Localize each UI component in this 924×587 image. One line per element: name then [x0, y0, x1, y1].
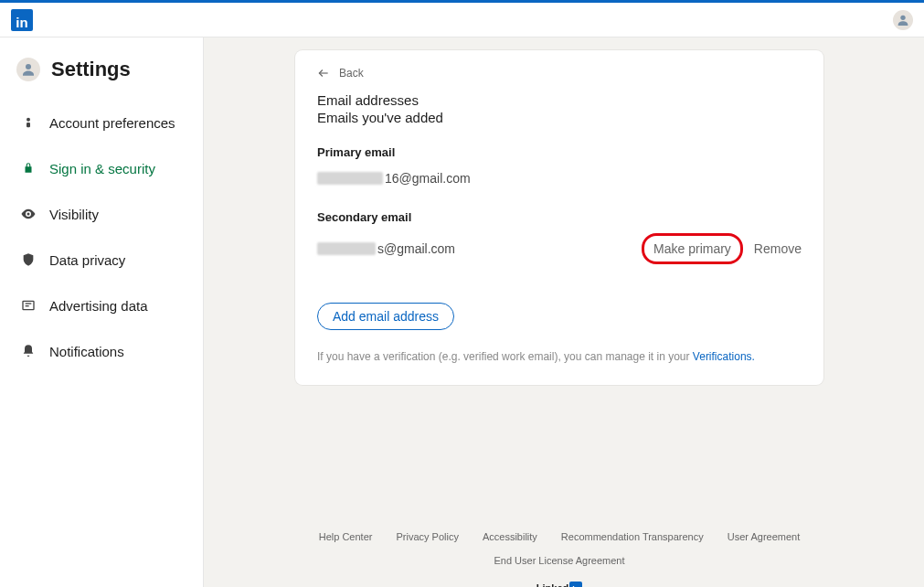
sidebar: Settings Account preferences Sign in & s…: [0, 37, 204, 587]
footer-links: Help Center Privacy Policy Accessibility…: [295, 531, 823, 542]
linkedin-logo[interactable]: in: [11, 9, 33, 31]
back-button[interactable]: Back: [317, 67, 802, 80]
sidebar-item-account-preferences[interactable]: Account preferences: [0, 100, 203, 145]
sidebar-item-label: Notifications: [49, 344, 124, 359]
svg-point-0: [900, 15, 905, 19]
sidebar-item-label: Data privacy: [49, 252, 125, 268]
remove-button[interactable]: Remove: [754, 241, 802, 256]
back-label: Back: [339, 67, 364, 80]
footer-link-help[interactable]: Help Center: [319, 531, 373, 542]
lock-icon: [20, 160, 37, 176]
footer-link-user-agreement[interactable]: User Agreement: [728, 531, 800, 542]
main-content: Back Email addresses Emails you've added…: [204, 37, 924, 587]
svg-point-4: [27, 213, 30, 216]
eye-icon: [20, 206, 37, 222]
primary-email-value: 16@gmail.com: [385, 171, 471, 186]
primary-email-row: 16@gmail.com: [317, 168, 802, 188]
sidebar-item-label: Sign in & security: [49, 161, 155, 176]
bell-icon: [20, 343, 37, 359]
redacted-text: [317, 172, 383, 185]
settings-avatar: [16, 58, 40, 81]
email-actions: Make primary Remove: [642, 233, 802, 264]
sidebar-item-label: Visibility: [49, 207, 99, 222]
sidebar-item-label: Advertising data: [49, 298, 148, 314]
sidebar-item-visibility[interactable]: Visibility: [0, 191, 203, 237]
linkedin-mini-logo: in: [569, 582, 582, 587]
footer: Help Center Privacy Policy Accessibility…: [295, 531, 823, 587]
newspaper-icon: [20, 297, 37, 314]
add-email-button[interactable]: Add email address: [317, 303, 454, 330]
person-card-icon: [20, 114, 37, 131]
make-primary-button[interactable]: Make primary: [642, 233, 743, 264]
svg-rect-3: [27, 123, 30, 127]
arrow-left-icon: [317, 67, 330, 80]
footer-link-privacy[interactable]: Privacy Policy: [396, 531, 458, 542]
profile-avatar[interactable]: [893, 10, 913, 30]
email-settings-card: Back Email addresses Emails you've added…: [295, 50, 823, 385]
secondary-email-row: s@gmail.com Make primary Remove: [317, 233, 802, 264]
verifications-link[interactable]: Verifications.: [693, 350, 755, 363]
secondary-email-label: Secondary email: [317, 210, 802, 224]
footer-brand: Linkedin: [536, 582, 582, 587]
svg-point-2: [27, 118, 30, 122]
header: in: [0, 3, 924, 37]
footer-link-eula[interactable]: End User License Agreement: [295, 555, 823, 566]
card-subtitle: Emails you've added: [317, 110, 802, 125]
shield-icon: [20, 251, 37, 268]
sidebar-item-label: Account preferences: [49, 115, 175, 131]
settings-title: Settings: [51, 58, 131, 81]
sidebar-item-notifications[interactable]: Notifications: [0, 328, 203, 374]
sidebar-item-advertising-data[interactable]: Advertising data: [0, 283, 203, 328]
primary-email-label: Primary email: [317, 145, 802, 159]
secondary-email-value: s@gmail.com: [377, 241, 455, 256]
footer-link-accessibility[interactable]: Accessibility: [483, 531, 537, 542]
person-icon: [20, 61, 37, 78]
card-title: Email addresses: [317, 92, 802, 108]
sidebar-item-data-privacy[interactable]: Data privacy: [0, 237, 203, 283]
verification-note: If you have a verification (e.g. verifie…: [317, 350, 802, 363]
sidebar-item-signin-security[interactable]: Sign in & security: [0, 145, 203, 191]
footer-link-recommendation[interactable]: Recommendation Transparency: [561, 531, 704, 542]
settings-header: Settings: [0, 58, 203, 100]
svg-point-1: [26, 64, 31, 69]
person-icon: [896, 13, 910, 27]
redacted-text: [317, 242, 376, 255]
